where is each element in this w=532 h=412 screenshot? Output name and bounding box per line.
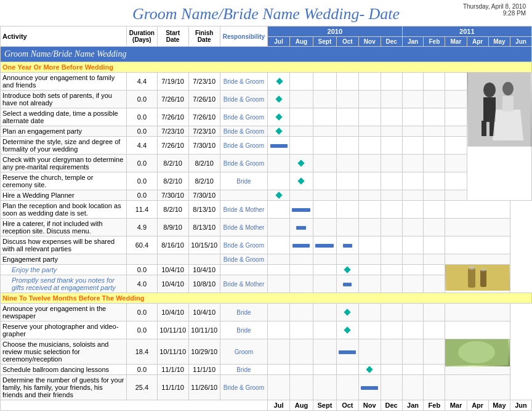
gantt-table: Activity Duration(Days) StartDate Finish… (0, 26, 532, 411)
table-row: Select a wedding date, time a possible a… (1, 108, 532, 126)
activity-cell: Check with your clergyman to determine a… (1, 155, 127, 172)
duration-cell: 0.0 (127, 126, 157, 137)
table-row: Choose the musicians, soloists and revie… (1, 339, 532, 365)
gantt-feb (424, 73, 445, 91)
activity-cell: Announce your engagement to family and f… (1, 73, 127, 91)
start-cell: 8/2/10 (157, 155, 188, 172)
resp-cell: Bride (220, 172, 267, 190)
table-row: Announce your engagement in the newspape… (1, 304, 532, 321)
svg-rect-9 (468, 268, 475, 288)
month-jun-2011: Jun (510, 37, 532, 47)
duration-cell: 0.0 (127, 190, 157, 201)
resp-cell (220, 190, 267, 201)
resp-cell: Bride & Groom (220, 126, 267, 137)
year-2011-header: 2011 (402, 26, 531, 37)
start-cell: 7/23/10 (157, 126, 188, 137)
duration-cell: 0.0 (127, 172, 157, 190)
finish-cell: 8/2/10 (188, 172, 220, 190)
gantt-oct (336, 91, 358, 108)
activity-cell: Discuss how expenses will be shared with… (1, 236, 127, 254)
month-dec: Dec (381, 37, 402, 47)
duration-cell: 4.4 (127, 137, 157, 155)
svg-rect-2 (483, 97, 496, 122)
month-jul: Jul (268, 37, 290, 47)
finish-cell: 10/4/10 (188, 304, 220, 321)
duration-cell: 25.4 (127, 375, 157, 400)
month-aug: Aug (289, 37, 313, 47)
finish-cell: 10/11/10 (188, 321, 220, 339)
table-row: Enjoy the party 0.0 10/4/10 10/4/10 (1, 265, 532, 275)
start-cell: 8/2/10 (157, 201, 188, 219)
resp-cell: Bride & Mother (220, 219, 267, 236)
finish-cell: 10/8/10 (188, 275, 220, 293)
month-jan: Jan (402, 37, 424, 47)
month-mar: Mar (445, 37, 467, 47)
gantt-sept (313, 73, 336, 91)
wedding-banner-row: Groom Name/Bride Name Wedding (1, 47, 532, 62)
finish-cell (188, 254, 220, 265)
finish-cell: 10/4/10 (188, 265, 220, 275)
start-header: StartDate (157, 26, 188, 47)
activity-cell: Reserve the church, temple or ceremony s… (1, 172, 127, 190)
gantt-jan (402, 73, 424, 91)
gantt-oct (336, 265, 358, 275)
finish-cell: 8/2/10 (188, 155, 220, 172)
svg-point-5 (502, 82, 514, 95)
gantt-oct (336, 73, 358, 91)
start-cell: 10/11/10 (157, 339, 188, 365)
gantt-aug (289, 155, 313, 172)
gantt-aug (289, 201, 313, 219)
month-oct: Oct (336, 37, 358, 47)
resp-cell: Bride & Groom (220, 254, 267, 265)
finish-cell: 7/30/10 (188, 137, 220, 155)
svg-point-1 (483, 83, 496, 97)
activity-cell: Plan the reception and book location as … (1, 201, 127, 219)
activity-cell: Promptly send thank you notes for gifts … (1, 275, 127, 293)
start-cell: 11/1/10 (157, 375, 188, 400)
finish-cell: 7/26/10 (188, 108, 220, 126)
activity-cell: Plan an engagement party (1, 126, 127, 137)
gantt-jul (268, 108, 290, 126)
date-time: Thursday, April 8, 2010 9:28 PM (463, 3, 526, 17)
footer-sept: Sept (313, 400, 336, 411)
gantt-aug (289, 236, 313, 254)
resp-cell: Bride & Groom (220, 91, 267, 108)
wedding-banner-text: Groom Name/Bride Name Wedding (1, 47, 532, 62)
finish-cell: 10/15/10 (188, 236, 220, 254)
finish-cell: 7/23/10 (188, 126, 220, 137)
start-cell: 7/19/10 (157, 73, 188, 91)
month-feb: Feb (424, 37, 445, 47)
svg-point-11 (469, 266, 475, 270)
duration-header: Duration(Days) (127, 26, 157, 47)
resp-cell: Bride & Groom (220, 155, 267, 172)
activity-cell: Reserve your photographer and video-grap… (1, 321, 127, 339)
table-row: Reserve your photographer and video-grap… (1, 321, 532, 339)
resp-cell: Bride & Groom (220, 375, 267, 400)
footer-dec: Dec (381, 400, 402, 411)
gantt-jul (268, 73, 290, 91)
footer-jul: Jul (268, 400, 290, 411)
footer-feb: Feb (424, 400, 445, 411)
gantt-oct (336, 275, 358, 293)
month-sept: Sept (313, 37, 336, 47)
finish-cell: 11/1/10 (188, 365, 220, 375)
month-apr: Apr (467, 37, 488, 47)
activity-cell: Schedule ballroom dancing lessons (1, 365, 127, 375)
table-row: Engagement party Bride & Groom (1, 254, 532, 265)
duration-cell: 0.0 (127, 365, 157, 375)
gantt-nov (358, 365, 381, 375)
resp-cell: Bride & Groom (220, 73, 267, 91)
time-label: 9:28 PM (503, 10, 526, 17)
table-row: Announce your engagement to family and f… (1, 73, 532, 91)
svg-rect-3 (482, 121, 486, 136)
start-cell: 10/4/10 (157, 265, 188, 275)
svg-rect-8 (446, 265, 509, 291)
start-cell (157, 254, 188, 265)
activity-cell: Hire a Wedding Planner (1, 190, 127, 201)
start-cell: 7/30/10 (157, 190, 188, 201)
resp-cell: Bride & Mother (220, 201, 267, 219)
finish-cell: 10/29/10 (188, 339, 220, 365)
table-row: Check with your clergyman to determine a… (1, 155, 532, 172)
start-cell: 8/9/10 (157, 219, 188, 236)
gantt-nov (358, 73, 381, 91)
